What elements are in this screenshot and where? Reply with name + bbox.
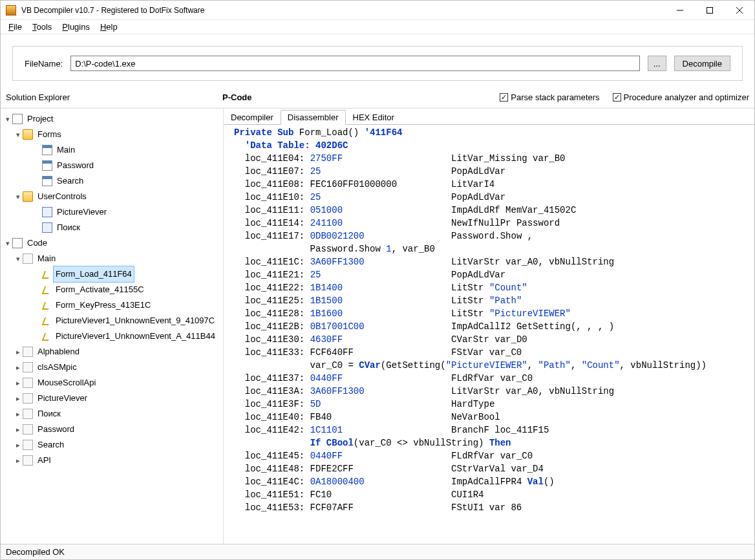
collapse-icon[interactable]: ▸: [14, 453, 23, 468]
tree-code[interactable]: Code: [25, 235, 49, 251]
tree-usercontrols[interactable]: UserControls: [36, 189, 89, 204]
filename-input[interactable]: [70, 56, 639, 71]
tree-item[interactable]: PictureViever: [36, 391, 89, 406]
tree-project[interactable]: Project: [25, 111, 55, 127]
svg-rect-1: [707, 7, 713, 13]
app-icon: [6, 5, 16, 16]
titlebar: VB Decompiler v10.7 - Registered to DotF…: [1, 1, 754, 20]
sub-icon: [42, 316, 51, 325]
module-icon: [23, 455, 33, 466]
section-label: P-Code: [222, 92, 252, 102]
collapse-icon[interactable]: ▸: [14, 345, 23, 359]
tree-item[interactable]: clsASMpic: [36, 360, 79, 375]
solution-explorer-tree[interactable]: ▾Project ▾Forms MainPasswordSearch ▾User…: [1, 109, 224, 544]
module-icon: [23, 393, 33, 404]
tree-item[interactable]: Form_Activate_41155C: [54, 282, 146, 297]
window-title: VB Decompiler v10.7 - Registered to DotF…: [21, 6, 665, 15]
form-icon: [42, 160, 52, 171]
toolbar-area: FileName: ... Decompile: [1, 34, 754, 90]
tree-item[interactable]: Password: [55, 158, 96, 173]
usercontrol-icon: [42, 207, 52, 217]
window-controls: [665, 1, 754, 20]
tree-item[interactable]: Form_Load_411F64: [54, 266, 134, 282]
sub-icon: [42, 332, 51, 341]
expand-icon[interactable]: ▾: [3, 112, 12, 126]
folder-icon: [23, 129, 33, 140]
tab-hex[interactable]: HEX Editor: [346, 110, 401, 125]
module-icon: [23, 424, 33, 435]
form-icon: [42, 145, 52, 155]
tree-item[interactable]: PictureViever1_UnknownEvent_9_41097C: [54, 313, 217, 328]
status-text: Decompiled OK: [6, 547, 65, 557]
module-icon: [23, 409, 33, 419]
module-icon: [23, 440, 33, 450]
checkbox-icon: ✓: [613, 93, 621, 102]
proc-analyzer-label: Procedure analyzer and optimizer: [624, 92, 749, 102]
code-view[interactable]: Private Sub Form_Load() '411F64 'Data Ta…: [224, 125, 754, 544]
sub-icon: [42, 301, 51, 310]
menu-file[interactable]: File: [3, 21, 27, 33]
collapse-icon[interactable]: ▸: [14, 376, 23, 390]
module-icon: [23, 378, 33, 388]
code-pane: Decompiler Disassembler HEX Editor Priva…: [224, 109, 754, 544]
sub-icon: [42, 285, 51, 294]
tree-item[interactable]: Main: [55, 142, 77, 158]
tree-api[interactable]: API: [36, 453, 53, 468]
tree-item[interactable]: PictureViever: [55, 204, 109, 220]
collapse-icon[interactable]: ▸: [14, 422, 23, 436]
code-icon: [12, 238, 23, 248]
tree-item[interactable]: PictureViever1_UnknownEvent_A_411B44: [54, 328, 217, 344]
expand-icon[interactable]: ▾: [14, 189, 23, 204]
filename-label: FileName:: [25, 59, 63, 69]
sub-icon: [42, 270, 51, 279]
expand-icon[interactable]: ▾: [14, 127, 23, 142]
code-tabs: Decompiler Disassembler HEX Editor: [224, 109, 754, 125]
expand-icon[interactable]: ▾: [14, 252, 23, 266]
maximize-button[interactable]: [695, 1, 725, 20]
toolbar: FileName: ... Decompile: [12, 46, 743, 81]
statusbar: Decompiled OK: [1, 544, 754, 559]
close-button[interactable]: [725, 1, 754, 20]
tree-item[interactable]: Password: [36, 422, 76, 437]
tab-disassembler[interactable]: Disassembler: [281, 110, 346, 125]
tree-item[interactable]: Поиск: [55, 220, 82, 235]
module-icon: [23, 347, 33, 357]
proc-analyzer-checkbox[interactable]: ✓ Procedure analyzer and optimizer: [613, 92, 749, 102]
collapse-icon[interactable]: ▸: [14, 407, 23, 421]
module-icon: [23, 362, 33, 372]
collapse-icon[interactable]: ▸: [14, 360, 23, 374]
expand-icon[interactable]: ▾: [3, 236, 12, 250]
folder-icon: [23, 191, 33, 202]
tree-item[interactable]: Form_KeyPress_413E1C: [54, 297, 153, 313]
parse-stack-label: Parse stack parameters: [511, 92, 599, 102]
project-icon: [12, 114, 23, 124]
checkbox-icon: ✓: [500, 93, 508, 102]
tree-forms[interactable]: Forms: [36, 127, 63, 142]
menu-tools[interactable]: Tools: [27, 21, 57, 33]
collapse-icon[interactable]: ▸: [14, 438, 23, 452]
tree-item[interactable]: Search: [55, 173, 85, 189]
browse-button[interactable]: ...: [648, 56, 666, 71]
menu-plugins[interactable]: Plugins: [57, 21, 95, 33]
menubar: File Tools Plugins Help: [1, 20, 754, 34]
tree-item[interactable]: Alphablend: [36, 344, 81, 360]
solution-explorer-label: Solution Explorer: [6, 92, 222, 102]
minimize-button[interactable]: [665, 1, 695, 20]
form-icon: [42, 176, 52, 186]
main-area: ▾Project ▾Forms MainPasswordSearch ▾User…: [1, 108, 754, 544]
collapse-icon[interactable]: ▸: [14, 391, 23, 405]
tree-main[interactable]: Main: [36, 251, 58, 266]
tree-item[interactable]: Search: [36, 437, 66, 453]
menu-help[interactable]: Help: [95, 21, 123, 33]
module-icon: [23, 253, 33, 264]
decompile-button[interactable]: Decompile: [674, 56, 730, 71]
tree-item[interactable]: MouseScrollApi: [36, 375, 98, 391]
section-header: Solution Explorer P-Code ✓ Parse stack p…: [1, 90, 754, 108]
tree-item[interactable]: Поиск: [36, 406, 63, 422]
parse-stack-checkbox[interactable]: ✓ Parse stack parameters: [500, 92, 599, 102]
tab-decompiler[interactable]: Decompiler: [224, 110, 281, 125]
usercontrol-icon: [42, 222, 52, 233]
